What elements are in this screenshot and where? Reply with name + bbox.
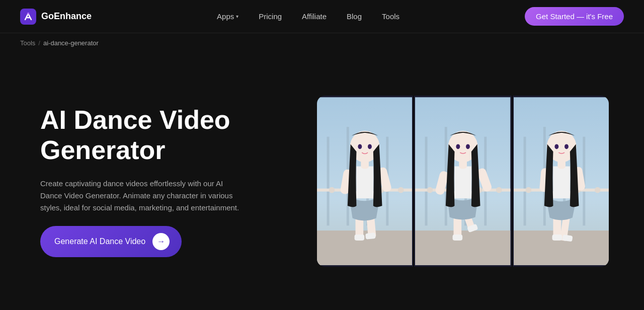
nav-label-affiliate: Affiliate	[302, 12, 327, 21]
hero-description: Create captivating dance videos effortle…	[40, 178, 242, 214]
page-title: AI Dance Video Generator	[40, 105, 272, 166]
showcase-panel-3	[514, 96, 609, 267]
svg-point-9	[329, 187, 335, 193]
svg-rect-26	[425, 137, 428, 226]
svg-rect-3	[317, 230, 412, 265]
svg-rect-48	[523, 137, 526, 226]
svg-rect-25	[415, 230, 510, 265]
main-nav: Apps ▾ Pricing Affiliate Blog Tools	[209, 8, 408, 25]
main-content: AI Dance Video Generator Create captivat…	[0, 53, 644, 309]
panel-divider-1	[413, 96, 414, 267]
breadcrumb-tools-link[interactable]: Tools	[20, 39, 35, 47]
svg-point-56	[595, 187, 601, 193]
nav-item-pricing[interactable]: Pricing	[251, 8, 290, 25]
panel-divider-2	[512, 96, 513, 267]
svg-point-44	[456, 144, 460, 149]
generate-button[interactable]: Generate AI Dance Video →	[40, 226, 182, 257]
nav-item-apps[interactable]: Apps ▾	[209, 8, 247, 25]
showcase-panel-1	[317, 96, 412, 267]
breadcrumb-separator: /	[38, 39, 40, 47]
breadcrumb-current: ai-dance-generator	[43, 39, 99, 47]
showcase-panel-2	[415, 96, 510, 267]
logo-icon	[20, 9, 36, 25]
nav-label-blog: Blog	[347, 12, 362, 21]
svg-point-23	[368, 144, 372, 149]
logo-text: GoEnhance	[41, 11, 92, 22]
anime-panel-1	[317, 96, 412, 267]
header-cta-button[interactable]: Get Started — it's Free	[525, 7, 624, 26]
chevron-down-icon: ▾	[236, 14, 238, 19]
nav-label-apps: Apps	[217, 12, 234, 21]
svg-point-34	[496, 187, 502, 193]
image-showcase	[317, 96, 609, 267]
anime-panel-3	[514, 96, 609, 267]
nav-item-blog[interactable]: Blog	[339, 8, 370, 25]
svg-point-1	[27, 13, 29, 15]
svg-rect-16	[365, 232, 376, 239]
hero-left: AI Dance Video Generator Create captivat…	[40, 105, 272, 257]
anime-panel-2	[415, 96, 510, 267]
svg-point-67	[565, 144, 569, 149]
svg-rect-59	[552, 235, 562, 241]
nav-label-tools: Tools	[382, 12, 399, 21]
svg-point-45	[466, 144, 470, 149]
breadcrumb: Tools / ai-dance-generator	[0, 33, 644, 53]
nav-label-pricing: Pricing	[259, 12, 282, 21]
arrow-icon: →	[152, 233, 170, 250]
svg-rect-15	[355, 235, 365, 241]
hero-right	[302, 96, 624, 267]
svg-point-22	[358, 144, 362, 149]
generate-button-label: Generate AI Dance Video	[54, 237, 145, 246]
nav-item-tools[interactable]: Tools	[374, 8, 408, 25]
logo[interactable]: GoEnhance	[20, 9, 92, 25]
svg-rect-37	[453, 235, 463, 241]
svg-rect-0	[20, 9, 36, 25]
nav-item-affiliate[interactable]: Affiliate	[294, 8, 335, 25]
header: GoEnhance Apps ▾ Pricing Affiliate Blog …	[0, 0, 644, 33]
svg-point-31	[427, 187, 433, 193]
svg-point-12	[398, 187, 404, 193]
svg-rect-4	[327, 137, 330, 226]
svg-point-53	[525, 187, 531, 193]
svg-point-66	[554, 144, 558, 149]
